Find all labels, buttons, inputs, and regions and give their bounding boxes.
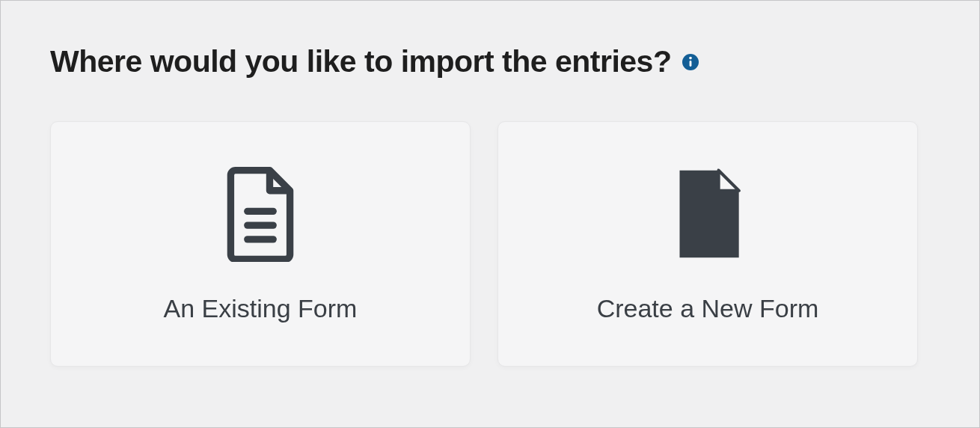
svg-point-2 xyxy=(690,56,693,59)
heading-row: Where would you like to import the entri… xyxy=(50,44,930,79)
svg-rect-5 xyxy=(244,236,277,242)
import-target-step: Where would you like to import the entri… xyxy=(0,0,980,428)
option-existing-form[interactable]: An Existing Form xyxy=(50,121,471,367)
option-grid: An Existing Form Cr xyxy=(50,121,930,367)
page-title: Where would you like to import the entri… xyxy=(50,44,671,79)
doc-blank-icon xyxy=(659,165,756,263)
svg-rect-3 xyxy=(244,207,277,214)
option-create-new-form[interactable]: Create a New Form xyxy=(497,121,918,367)
doc-lines-icon xyxy=(212,165,309,263)
svg-rect-1 xyxy=(690,61,692,67)
option-label: An Existing Form xyxy=(164,294,358,323)
svg-rect-4 xyxy=(244,221,277,228)
info-icon[interactable] xyxy=(682,53,699,71)
option-label: Create a New Form xyxy=(597,294,819,323)
